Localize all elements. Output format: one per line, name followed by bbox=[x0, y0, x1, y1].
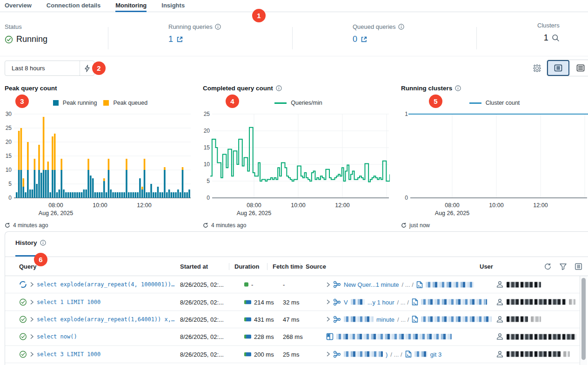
expand-row-button[interactable] bbox=[30, 334, 34, 339]
legend-label[interactable]: Queries/min bbox=[291, 100, 322, 106]
legend-swatch-queries-min[interactable] bbox=[274, 102, 287, 104]
columns-view-button[interactable] bbox=[547, 60, 569, 76]
chevron-right-icon[interactable] bbox=[326, 282, 330, 287]
col-user[interactable]: User bbox=[480, 263, 493, 270]
legend-swatch-peak-queued[interactable] bbox=[103, 100, 109, 106]
tab-monitoring[interactable]: Monitoring bbox=[115, 0, 147, 12]
refresh-table-button[interactable] bbox=[544, 263, 552, 270]
source-path-separator[interactable]: / ... / bbox=[390, 351, 402, 358]
refresh-icon[interactable] bbox=[5, 223, 10, 228]
external-link-icon[interactable] bbox=[361, 36, 368, 43]
source-path-separator[interactable]: / ... / bbox=[397, 298, 408, 305]
peak-query-count-panel: Peak query count Peak running Peak queue… bbox=[5, 85, 196, 229]
legend-label[interactable]: Peak running bbox=[63, 100, 97, 106]
col-query[interactable]: Query bbox=[19, 263, 37, 270]
source-link[interactable]: ) bbox=[386, 351, 388, 358]
chevron-right-icon[interactable] bbox=[326, 351, 330, 357]
col-duration[interactable]: Duration bbox=[234, 263, 259, 270]
list-view-button[interactable] bbox=[569, 60, 588, 76]
annotation-badge-6: 6 bbox=[34, 253, 47, 266]
source-link[interactable]: V bbox=[344, 298, 348, 305]
vertical-scrollbar[interactable] bbox=[580, 276, 587, 365]
duration-bar-icon bbox=[244, 335, 251, 339]
info-icon[interactable] bbox=[455, 85, 461, 91]
tab-connection-details[interactable]: Connection details bbox=[47, 0, 100, 12]
clusters-label: Clusters bbox=[537, 22, 560, 29]
chevron-right-icon[interactable] bbox=[30, 317, 34, 322]
chevron-right-icon[interactable] bbox=[30, 282, 34, 287]
refresh-time: just now bbox=[409, 222, 430, 229]
settings-button[interactable] bbox=[533, 64, 541, 73]
table-row[interactable]: select explode(array_repeat(1,64001)) x,… bbox=[5, 311, 580, 328]
chevron-right-icon[interactable] bbox=[326, 317, 330, 322]
table-row[interactable]: select 3 LIMIT 10008/26/2025, 02:...200 … bbox=[5, 346, 580, 363]
expand-row-button[interactable] bbox=[30, 351, 34, 357]
filter-button[interactable] bbox=[559, 263, 567, 270]
legend-label[interactable]: Cluster count bbox=[486, 100, 520, 106]
svg-text:0: 0 bbox=[405, 195, 408, 201]
annotation-badge-3: 3 bbox=[15, 95, 29, 108]
query-text[interactable]: select explode(array_repeat(4, 1000001))… bbox=[37, 281, 175, 288]
expand-row-button[interactable] bbox=[30, 299, 34, 305]
refresh-icon[interactable] bbox=[203, 223, 208, 228]
svg-text:08:00: 08:00 bbox=[48, 202, 63, 209]
query-text[interactable]: select explode(array_repeat(1,64001)) x,… bbox=[37, 316, 175, 323]
query-text[interactable]: select now() bbox=[37, 333, 77, 340]
chevron-right-icon[interactable] bbox=[30, 351, 34, 357]
time-range-picker[interactable]: Last 8 hours bbox=[5, 61, 94, 76]
query-status-icon bbox=[19, 350, 27, 358]
legend-swatch-peak-running[interactable] bbox=[53, 100, 59, 106]
legend-swatch-cluster-count[interactable] bbox=[469, 102, 481, 104]
table-row[interactable]: select explode(array_repeat(4, 1000001))… bbox=[5, 276, 580, 293]
query-text[interactable]: select 3 LIMIT 1000 bbox=[37, 351, 100, 358]
info-icon[interactable] bbox=[215, 24, 221, 30]
chevron-right-icon[interactable] bbox=[30, 334, 34, 339]
gear-icon bbox=[533, 64, 541, 73]
info-icon[interactable] bbox=[40, 240, 46, 246]
redacted-source-text bbox=[344, 317, 374, 322]
filter-icon bbox=[559, 263, 567, 270]
tab-overview[interactable]: Overview bbox=[5, 0, 32, 12]
svg-text:25: 25 bbox=[6, 125, 12, 131]
chevron-right-icon[interactable] bbox=[326, 299, 330, 305]
query-text[interactable]: select 1 LIMIT 1000 bbox=[37, 299, 100, 305]
svg-text:0: 0 bbox=[8, 195, 12, 201]
source-link[interactable]: New Quer...1 minute bbox=[344, 281, 399, 288]
query-success-icon bbox=[19, 333, 27, 341]
col-started-at[interactable]: Started at bbox=[180, 263, 208, 270]
time-range-value[interactable]: Last 8 hours bbox=[5, 65, 80, 72]
expand-row-button[interactable] bbox=[30, 317, 34, 322]
monitoring-page: Overview Connection details Monitoring I… bbox=[0, 0, 588, 365]
search-icon[interactable] bbox=[552, 34, 560, 42]
external-link-icon[interactable] bbox=[176, 36, 183, 43]
source-link[interactable]: ...y 1 hour bbox=[368, 298, 394, 305]
source-link[interactable]: git 3 bbox=[430, 351, 442, 358]
col-source[interactable]: Source bbox=[306, 263, 326, 270]
queued-queries-value[interactable]: 0 bbox=[353, 34, 357, 44]
divider bbox=[108, 27, 108, 49]
chevron-right-icon[interactable] bbox=[30, 299, 34, 305]
source-path-separator[interactable]: / ... / bbox=[402, 281, 414, 288]
tab-insights[interactable]: Insights bbox=[161, 0, 185, 12]
fetch-time-cell: 32 ms bbox=[283, 298, 299, 305]
status-label: Status bbox=[5, 23, 47, 30]
legend-label[interactable]: Peak queued bbox=[113, 100, 147, 106]
expand-row-button[interactable] bbox=[30, 282, 34, 287]
table-row[interactable]: select now()8/26/2025, 02:...228 ms268 m… bbox=[5, 328, 580, 345]
redacted-source-text bbox=[421, 317, 492, 322]
col-fetch-time[interactable]: Fetch time bbox=[273, 263, 303, 270]
table-row[interactable]: select 1 LIMIT 10008/26/2025, 02:...214 … bbox=[5, 293, 580, 311]
tab-history[interactable]: History bbox=[15, 239, 46, 246]
redacted-source-text bbox=[344, 351, 383, 357]
job-source-icon bbox=[333, 315, 341, 323]
scrollbar-thumb[interactable] bbox=[581, 278, 586, 360]
manage-columns-button[interactable] bbox=[575, 263, 582, 270]
refresh-icon[interactable] bbox=[401, 223, 407, 228]
info-icon[interactable] bbox=[276, 85, 282, 91]
source-link[interactable]: minute bbox=[376, 316, 394, 323]
svg-text:Aug 26, 2025: Aug 26, 2025 bbox=[435, 210, 469, 216]
svg-text:12:00: 12:00 bbox=[533, 202, 548, 209]
info-icon[interactable] bbox=[398, 24, 404, 30]
running-queries-value[interactable]: 1 bbox=[168, 34, 173, 44]
source-path-separator[interactable]: / ... / bbox=[397, 316, 409, 323]
